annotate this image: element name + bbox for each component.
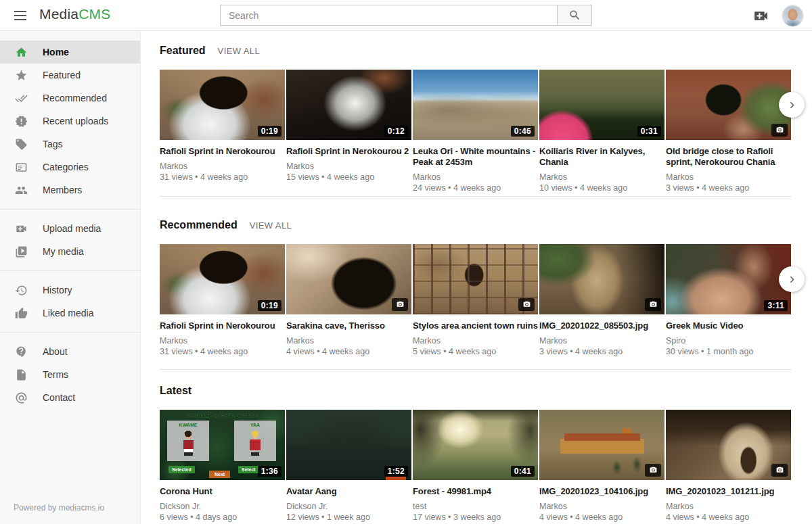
camera-icon: [396, 300, 405, 309]
media-thumbnail[interactable]: 0:19: [160, 244, 285, 314]
powered-by-link[interactable]: Powered by mediacms.io: [0, 503, 140, 524]
media-title[interactable]: Leuka Ori - White mountains - Peak at 24…: [413, 146, 538, 168]
sidebar-item-members[interactable]: Members: [0, 178, 140, 201]
sidebar-item-label: Home: [43, 47, 69, 57]
media-title[interactable]: Rafioli Sprint in Nerokourou: [160, 320, 285, 331]
media-card: 0:46 Leuka Ori - White mountains - Peak …: [413, 70, 538, 193]
media-thumbnail[interactable]: [666, 410, 791, 480]
media-thumbnail[interactable]: [286, 244, 411, 314]
upload-media-button[interactable]: [752, 7, 770, 24]
search-button[interactable]: [557, 5, 592, 26]
media-author[interactable]: Markos: [539, 501, 664, 512]
media-thumbnail[interactable]: [539, 244, 664, 314]
media-author[interactable]: Markos: [160, 335, 285, 346]
media-title[interactable]: Corona Hunt: [160, 486, 285, 497]
media-card: IMG_20201023_101211.jpg Markos 4 views •…: [666, 410, 791, 523]
app-logo[interactable]: MediaCMS: [39, 6, 110, 22]
media-thumbnail[interactable]: [539, 410, 664, 480]
carousel-next-button[interactable]: [779, 266, 805, 292]
sidebar-item-my-media[interactable]: My media: [0, 240, 140, 263]
media-card: 0:19 Rafioli Sprint in Nerokourou Markos…: [160, 244, 285, 357]
media-title[interactable]: Greek Music Video: [666, 320, 791, 331]
header-actions: [752, 0, 804, 31]
media-author[interactable]: Markos: [413, 335, 538, 346]
sidebar-divider: [0, 270, 140, 271]
media-thumbnail[interactable]: [413, 244, 538, 314]
sidebar-item-contact[interactable]: Contact: [0, 386, 140, 409]
camera-icon: [775, 466, 784, 475]
video-plus-icon: [15, 222, 28, 235]
media-author[interactable]: Markos: [666, 172, 791, 183]
media-title[interactable]: Forest - 49981.mp4: [413, 486, 538, 497]
sidebar-item-recent-uploads[interactable]: Recent uploads: [0, 110, 140, 133]
media-author[interactable]: Markos: [286, 161, 411, 172]
media-author[interactable]: Markos: [413, 172, 538, 183]
media-author[interactable]: Dickson Jr.: [160, 501, 285, 512]
media-row: 0:19 Rafioli Sprint in Nerokourou Markos…: [160, 70, 792, 193]
media-author[interactable]: Markos: [160, 161, 285, 172]
user-avatar[interactable]: [782, 5, 804, 27]
sidebar-item-categories[interactable]: Categories: [0, 156, 140, 178]
media-author[interactable]: Markos: [539, 335, 664, 346]
thumb-up-icon: [15, 307, 28, 320]
media-author[interactable]: Markos: [286, 335, 411, 346]
game-selected-button: Selected: [168, 466, 195, 473]
sidebar-item-tags[interactable]: Tags: [0, 133, 140, 156]
media-card: 0:19 Rafioli Sprint in Nerokourou Markos…: [160, 70, 285, 193]
media-author[interactable]: Dickson Jr.: [286, 501, 411, 512]
media-thumbnail[interactable]: 0:12: [286, 70, 411, 140]
media-author[interactable]: test: [413, 501, 538, 512]
media-title[interactable]: Koiliaris River in Kalyves, Chania: [539, 146, 664, 168]
media-card: 1:52 Avatar Aang Dickson Jr. 12 views • …: [286, 410, 411, 523]
media-thumbnail[interactable]: 3:11: [666, 244, 791, 314]
sidebar-item-label: Contact: [43, 392, 75, 403]
media-title[interactable]: Stylos area ancient town ruins: [413, 320, 538, 331]
media-title[interactable]: Sarakina cave, Therisso: [286, 320, 411, 331]
hamburger-menu-icon[interactable]: [12, 7, 28, 24]
sidebar-item-about[interactable]: About: [0, 340, 140, 363]
media-thumbnail[interactable]: [666, 70, 791, 140]
sidebar-item-recommended[interactable]: Recommended: [0, 87, 140, 110]
media-thumbnail[interactable]: 1:52: [286, 410, 411, 480]
media-author[interactable]: Markos: [539, 172, 664, 183]
sidebar-item-home[interactable]: Home: [0, 41, 140, 64]
media-thumbnail[interactable]: 0:19: [160, 70, 285, 140]
view-all-link[interactable]: VIEW ALL: [250, 220, 292, 231]
sidebar-item-label: Categories: [43, 162, 89, 172]
media-thumbnail[interactable]: CHOOSE A CHARACTER KWAME YAA Selected Ne…: [160, 410, 285, 480]
media-thumbnail[interactable]: 0:41: [413, 410, 538, 480]
media-thumbnail[interactable]: 0:46: [413, 70, 538, 140]
media-thumbnail[interactable]: 0:31: [539, 70, 664, 140]
duration-badge: 3:11: [764, 300, 788, 311]
media-title[interactable]: Avatar Aang: [286, 486, 411, 497]
media-card: Sarakina cave, Therisso Markos 4 views •…: [286, 244, 411, 357]
media-author[interactable]: Markos: [666, 501, 791, 512]
logo-cms-text: CMS: [78, 6, 110, 22]
media-meta: 5 views • 4 weeks ago: [413, 346, 538, 357]
media-title[interactable]: IMG_20201022_085503.jpg: [539, 320, 664, 331]
character-sprite: [248, 431, 262, 456]
double-check-icon: [15, 92, 28, 105]
media-title[interactable]: IMG_20201023_101211.jpg: [666, 486, 791, 497]
sidebar-item-label: Terms: [43, 369, 68, 380]
sidebar-item-history[interactable]: History: [0, 279, 140, 302]
media-author[interactable]: Spiro: [666, 335, 791, 346]
sidebar-item-featured[interactable]: Featured: [0, 64, 140, 87]
section-featured: Featured VIEW ALL 0:19 Rafioli Sprint in…: [160, 31, 792, 197]
media-title[interactable]: Rafioli Sprint in Nerokourou 2: [286, 146, 411, 157]
media-title[interactable]: Old bridge close to Rafioli sprint, Nero…: [666, 146, 791, 168]
carousel-next-button[interactable]: [779, 92, 805, 118]
image-type-badge: [518, 298, 535, 311]
media-title[interactable]: IMG_20201023_104106.jpg: [539, 486, 664, 497]
sidebar-item-terms[interactable]: Terms: [0, 363, 140, 386]
sidebar-item-liked-media[interactable]: Liked media: [0, 302, 140, 325]
tag-icon: [15, 138, 28, 151]
sidebar-item-upload-media[interactable]: Upload media: [0, 217, 140, 240]
view-all-link[interactable]: VIEW ALL: [218, 46, 260, 56]
section-latest: Latest CHOOSE A CHARACTER KWAME YAA Sele…: [160, 370, 792, 523]
media-title[interactable]: Rafioli Sprint in Nerokourou: [160, 146, 285, 157]
video-library-icon: [15, 245, 28, 258]
sidebar-item-label: History: [43, 285, 72, 295]
game-next-button: Next: [209, 471, 230, 478]
search-input[interactable]: [220, 5, 557, 26]
